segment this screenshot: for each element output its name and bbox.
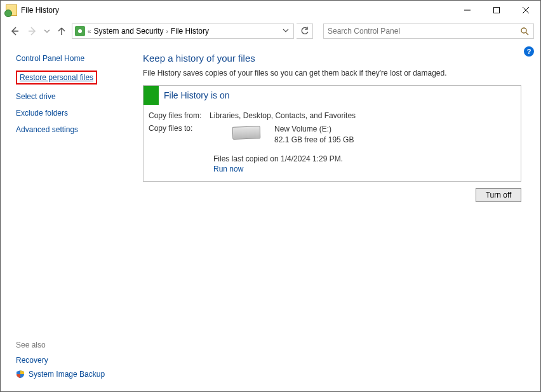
copy-from-value: Libraries, Desktop, Contacts, and Favori… bbox=[210, 111, 356, 120]
address-dropdown-button[interactable] bbox=[281, 27, 291, 36]
status-header: File History is on bbox=[144, 86, 521, 105]
recent-locations-button[interactable] bbox=[43, 28, 51, 34]
turn-off-button[interactable]: Turn off bbox=[476, 188, 521, 202]
status-box: File History is on Copy files from: Libr… bbox=[143, 85, 521, 182]
sidebar-advanced-settings[interactable]: Advanced settings bbox=[16, 125, 130, 134]
sidebar-select-drive[interactable]: Select drive bbox=[16, 92, 130, 101]
search-box bbox=[323, 24, 534, 39]
button-row: Turn off bbox=[143, 188, 521, 202]
disk-icon bbox=[232, 126, 261, 140]
minimize-button[interactable] bbox=[453, 1, 482, 20]
breadcrumb-system-security[interactable]: System and Security bbox=[94, 27, 164, 36]
see-also-recovery[interactable]: Recovery bbox=[16, 356, 48, 365]
status-stripe-icon bbox=[144, 86, 159, 105]
destination-name: New Volume (E:) bbox=[274, 124, 354, 135]
titlebar: File History bbox=[1, 1, 540, 20]
see-also-section: See also Recovery System Image Backup bbox=[16, 341, 130, 385]
close-button[interactable] bbox=[511, 1, 540, 20]
svg-line-7 bbox=[526, 32, 528, 35]
page-heading: Keep a history of your files bbox=[143, 53, 521, 64]
address-bar[interactable]: « System and Security › File History bbox=[72, 24, 294, 39]
breadcrumb: « System and Security › File History bbox=[88, 27, 278, 36]
refresh-button[interactable] bbox=[297, 24, 313, 39]
status-title: File History is on bbox=[159, 90, 229, 100]
see-also-system-image-backup[interactable]: System Image Backup bbox=[29, 370, 105, 379]
main-panel: Keep a history of your files File Histor… bbox=[137, 43, 540, 391]
svg-rect-1 bbox=[494, 8, 500, 13]
shield-icon bbox=[16, 370, 25, 379]
sidebar-exclude-folders[interactable]: Exclude folders bbox=[16, 109, 130, 118]
maximize-button[interactable] bbox=[482, 1, 511, 20]
content-area: ? Control Panel Home Restore personal fi… bbox=[1, 43, 540, 391]
up-button[interactable] bbox=[54, 24, 69, 39]
back-button[interactable] bbox=[7, 24, 22, 39]
navigation-bar: « System and Security › File History bbox=[1, 20, 540, 43]
see-also-header: See also bbox=[16, 341, 130, 349]
search-button[interactable] bbox=[516, 27, 533, 36]
copy-from-label: Copy files from: bbox=[149, 111, 210, 120]
window-title: File History bbox=[21, 6, 59, 15]
sidebar: Control Panel Home Restore personal file… bbox=[1, 43, 137, 391]
svg-point-6 bbox=[521, 28, 526, 33]
last-copied-text: Files last copied on 1/4/2024 1:29 PM. bbox=[213, 154, 516, 163]
breadcrumb-prefix: « bbox=[88, 28, 91, 35]
search-input[interactable] bbox=[324, 27, 516, 36]
breadcrumb-file-history[interactable]: File History bbox=[171, 27, 209, 36]
sidebar-restore-personal-files[interactable]: Restore personal files bbox=[20, 73, 93, 82]
forward-button[interactable] bbox=[25, 24, 40, 39]
page-subtitle: File History saves copies of your files … bbox=[143, 69, 521, 78]
sidebar-home[interactable]: Control Panel Home bbox=[16, 54, 130, 63]
file-history-icon bbox=[6, 4, 17, 16]
chevron-right-icon: › bbox=[166, 28, 168, 35]
run-now-link[interactable]: Run now bbox=[213, 165, 243, 173]
window-root: File History « bbox=[0, 0, 541, 392]
help-icon[interactable]: ? bbox=[524, 46, 534, 57]
highlight-box: Restore personal files bbox=[16, 71, 97, 84]
destination-space: 82.1 GB free of 195 GB bbox=[274, 135, 354, 145]
window-controls bbox=[453, 1, 540, 20]
copy-to-label: Copy files to: bbox=[149, 124, 210, 133]
control-panel-icon bbox=[75, 26, 85, 36]
status-body: Copy files from: Libraries, Desktop, Con… bbox=[144, 105, 521, 181]
